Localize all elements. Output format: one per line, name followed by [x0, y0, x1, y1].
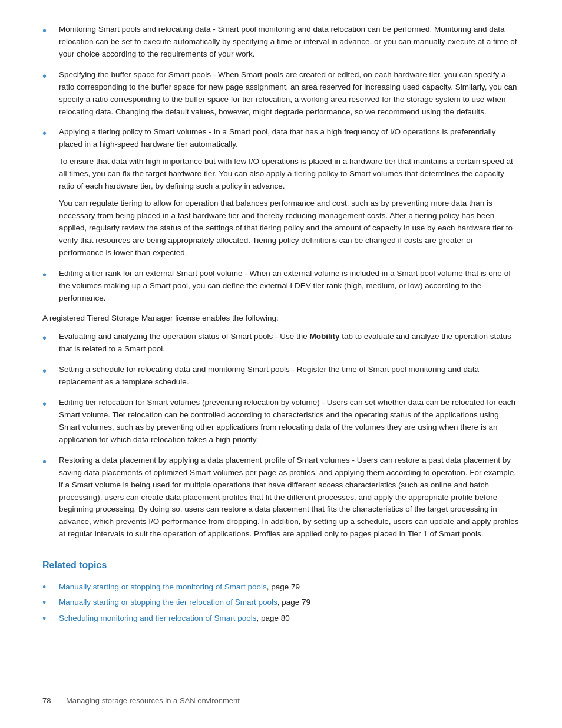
bullet-content: Restoring a data placement by applying a… [59, 454, 520, 541]
bullet-icon: • [42, 596, 55, 610]
bullet-paragraph: To ensure that data with high importance… [59, 156, 520, 193]
bullet-content: Applying a tiering policy to Smart volum… [59, 126, 520, 259]
list-item: • Applying a tiering policy to Smart vol… [42, 126, 520, 259]
bullet-paragraph: Restoring a data placement by applying a… [59, 454, 520, 541]
bullet-paragraph: Editing tier relocation for Smart volume… [59, 397, 520, 446]
bullet-icon: • [42, 612, 55, 625]
related-link-suffix: , page 79 [267, 582, 300, 591]
bullet-paragraph: Specifying the buffer space for Smart po… [59, 69, 520, 118]
top-bullet-list: • Monitoring Smart pools and relocating … [42, 24, 520, 304]
bullet-icon: • [42, 581, 55, 594]
list-item: • Editing tier relocation for Smart volu… [42, 397, 520, 446]
bullet-icon: • [42, 454, 55, 469]
page-number: 78 [42, 695, 59, 707]
license-bullet-list: • Evaluating and analyzing the operation… [42, 331, 520, 541]
bullet-content: Specifying the buffer space for Smart po… [59, 69, 520, 118]
bullet-paragraph: Setting a schedule for relocating data a… [59, 364, 520, 388]
list-item: • Evaluating and analyzing the operation… [42, 331, 520, 355]
bullet-content: Evaluating and analyzing the operation s… [59, 331, 520, 355]
related-topics-list: • Manually starting or stopping the moni… [42, 581, 520, 625]
bullet-icon: • [42, 68, 55, 84]
bullet-icon: • [42, 330, 55, 345]
bullet-content: Editing tier relocation for Smart volume… [59, 397, 520, 446]
list-item: • Monitoring Smart pools and relocating … [42, 24, 520, 61]
list-item: • Scheduling monitoring and tier relocat… [42, 612, 520, 625]
bullet-paragraph: Monitoring Smart pools and relocating da… [59, 24, 520, 61]
bullet-paragraph: Applying a tiering policy to Smart volum… [59, 126, 520, 151]
list-item: • Manually starting or stopping the tier… [42, 597, 520, 610]
bullet-icon: • [42, 396, 55, 411]
footer-description: Managing storage resources in a SAN envi… [66, 695, 240, 707]
bullet-paragraph: Editing a tier rank for an external Smar… [59, 268, 520, 305]
list-item: • Setting a schedule for relocating data… [42, 364, 520, 388]
list-item: • Editing a tier rank for an external Sm… [42, 268, 520, 305]
related-link[interactable]: Manually starting or stopping the tier r… [59, 598, 277, 607]
bullet-icon: • [42, 363, 55, 378]
bullet-paragraph: Evaluating and analyzing the operation s… [59, 331, 520, 355]
bullet-icon: • [42, 267, 55, 282]
list-item: • Specifying the buffer space for Smart … [42, 69, 520, 118]
list-item: • Manually starting or stopping the moni… [42, 581, 520, 594]
bullet-icon: • [42, 23, 55, 38]
related-link-suffix: , page 79 [277, 598, 310, 607]
list-item: • Restoring a data placement by applying… [42, 454, 520, 541]
bullet-content: Monitoring Smart pools and relocating da… [59, 24, 520, 61]
intro-text: A registered Tiered Storage Manager lice… [42, 312, 520, 325]
related-link-item: Manually starting or stopping the monito… [59, 581, 520, 594]
related-link-suffix: , page 80 [256, 614, 289, 622]
page-footer: 78 Managing storage resources in a SAN e… [42, 695, 520, 707]
related-link[interactable]: Manually starting or stopping the monito… [59, 582, 267, 591]
bullet-content: Setting a schedule for relocating data a… [59, 364, 520, 388]
related-link-item: Manually starting or stopping the tier r… [59, 597, 520, 609]
related-link[interactable]: Scheduling monitoring and tier relocatio… [59, 614, 256, 622]
page: • Monitoring Smart pools and relocating … [0, 0, 562, 728]
related-link-item: Scheduling monitoring and tier relocatio… [59, 612, 520, 625]
bullet-paragraph: You can regulate tiering to allow for op… [59, 197, 520, 259]
bullet-icon: • [42, 126, 55, 141]
related-topics-heading: Related topics [42, 558, 520, 573]
bullet-content: Editing a tier rank for an external Smar… [59, 268, 520, 305]
